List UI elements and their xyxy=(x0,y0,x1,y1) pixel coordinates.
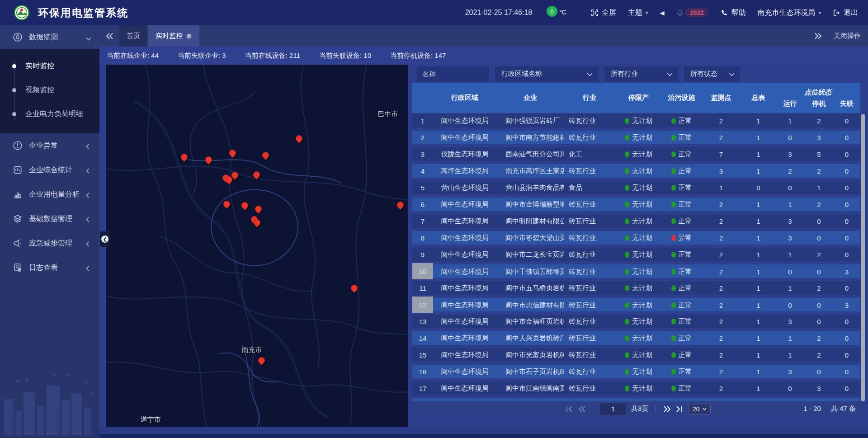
cell-company: 阆中市石子页岩机砖厂 xyxy=(496,365,564,378)
name-search-input[interactable] xyxy=(417,66,489,81)
cell-region: 阆中生态环境局 xyxy=(433,365,496,378)
status-dot-green xyxy=(625,235,629,241)
cell-stop: 2 xyxy=(805,281,833,295)
tabs-scroll-right-icon[interactable] xyxy=(815,33,822,39)
fullscreen-button[interactable]: 全屏 xyxy=(591,8,616,18)
chevron-left-icon xyxy=(86,167,91,173)
page-number-input[interactable] xyxy=(600,403,626,415)
table-row[interactable]: 16阆中生态环境局阆中市石子页岩机砖厂砖瓦行业无计划正常21300 xyxy=(412,365,860,378)
cell-region: 阆中生态环境局 xyxy=(433,298,496,313)
total-count-label: 共 47 条 xyxy=(831,405,856,413)
header-cell-6: 总表 xyxy=(741,83,775,113)
tabs-scroll-left-icon[interactable] xyxy=(99,25,119,47)
stat-item-2: 当前在线设备: 211 xyxy=(245,52,300,60)
table-row[interactable]: 3仪陇生态环境局西南油气田分公司川中化工无计划正常71350 xyxy=(412,147,860,161)
help-button[interactable]: 帮助 xyxy=(720,8,745,18)
table-row[interactable]: 8阆中生态环境局阆中市枣碧大梁山页岩砖瓦行业无计划异常21300 xyxy=(412,231,860,245)
table-row[interactable]: 2阆中生态环境局阆中市南方节能建材有砖瓦行业无计划正常21030 xyxy=(412,131,860,144)
bullet-dot-icon xyxy=(12,64,16,68)
industry-filter-select[interactable]: 所有行业 xyxy=(604,66,678,81)
cell-row-number: 9 xyxy=(412,248,433,261)
sidebar-item-1[interactable]: 企业异常 xyxy=(0,133,99,158)
datetime-display: 2021-02-25 17:46:18 xyxy=(465,9,533,17)
sidebar-item-0[interactable]: 数据监测 xyxy=(0,25,99,49)
cell-company: 阆中市江南镇阆南页岩 xyxy=(496,381,564,395)
sidebar-collapse-handle[interactable]: ❮ xyxy=(100,231,110,247)
tab-0[interactable]: 首页 xyxy=(119,25,147,47)
table-row[interactable]: 9阆中生态环境局阆中市二龙长宝页岩砖砖瓦行业无计划正常21120 xyxy=(412,248,860,261)
table-row[interactable]: 13阆中生态环境局阆中市金福旺页岩机砖砖瓦行业无计划正常21300 xyxy=(412,315,860,328)
table-row[interactable]: 7阆中生态环境局阆中明阳建材有限公司砖瓦行业无计划正常21300 xyxy=(412,214,860,228)
table-row[interactable]: 12阆中生态环境局阆中市忠信建材有限公砖瓦行业无计划正常21003 xyxy=(412,298,860,311)
page-size-select[interactable]: 20 xyxy=(688,404,711,414)
cell-stop: 2 xyxy=(805,114,833,127)
table-row[interactable]: 15阆中生态环境局阆中市光富页岩机砖厂砖瓦行业无计划正常21120 xyxy=(412,348,860,362)
sidebar-item-3[interactable]: 企业用电量分析 xyxy=(0,182,99,207)
logout-button[interactable]: 退出 xyxy=(833,8,858,18)
limit-status-label: 无计划 xyxy=(632,184,652,192)
next-page-icon[interactable] xyxy=(663,406,670,412)
cell-region: 阆中生态环境局 xyxy=(433,348,496,362)
sidebar-subitem-2[interactable]: 企业电力负荷明细 xyxy=(0,102,99,126)
first-page-icon[interactable] xyxy=(566,406,573,412)
cell-company: 营山县润丰肉食品有限 xyxy=(496,181,564,194)
facility-status-label: 正常 xyxy=(679,250,692,259)
limit-status-label: 无计划 xyxy=(632,133,652,142)
mute-button[interactable]: ◀ xyxy=(660,9,664,16)
table-row[interactable]: 17阆中生态环境局阆中市江南镇阆南页岩砖瓦行业无计划正常21030 xyxy=(412,381,860,395)
status-dot-green xyxy=(671,319,676,325)
cell-region: 阆中生态环境局 xyxy=(433,231,496,245)
cell-meters: 1 xyxy=(741,114,775,127)
prev-page-icon[interactable] xyxy=(578,406,585,412)
close-operations-button[interactable]: 关闭操作 xyxy=(834,32,861,40)
map-panel[interactable]: 巴中市南充市遂宁市 xyxy=(106,65,408,427)
header-subcell-2: 失联 xyxy=(833,99,860,108)
cell-limit-status: 无计划 xyxy=(615,365,662,378)
tab-label: 实时监控 xyxy=(156,32,183,40)
cell-lost: 0 xyxy=(833,331,860,345)
status-dot-red xyxy=(671,235,676,241)
alerts-widget[interactable]: 2632 xyxy=(676,8,708,17)
table-row[interactable]: 4高坪生态环境局南充市高坪区王家店建砖瓦行业无计划正常31220 xyxy=(412,164,860,178)
cell-points: 2 xyxy=(701,348,741,362)
table-row[interactable]: 1阆中生态环境局阆中强锐页岩砖厂砖瓦行业无计划正常21120 xyxy=(412,114,860,127)
sidebar-item-2[interactable]: 企业综合统计 xyxy=(0,158,99,182)
cell-row-number: 10 xyxy=(412,263,433,279)
select-value: 所有状态 xyxy=(690,70,729,78)
status-filter-select[interactable]: 所有状态 xyxy=(684,66,740,81)
cell-lost: 0 xyxy=(833,147,860,161)
cell-region: 高坪生态环境局 xyxy=(433,164,496,178)
table-row[interactable]: 14阆中生态环境局阆中大兴页岩机砖厂砖瓦行业无计划正常21120 xyxy=(412,331,860,345)
cell-lost: 0 xyxy=(833,198,860,211)
status-dot-green xyxy=(625,202,629,207)
table-row[interactable]: 11阆中生态环境局阆中市五马桥页岩机砖砖瓦行业无计划正常21120 xyxy=(412,281,860,295)
cell-company: 阆中市忠信建材有限公 xyxy=(496,298,564,313)
sidebar-subitem-1[interactable]: 视频监控 xyxy=(0,78,99,102)
table-row[interactable]: 10阆中生态环境局阆中千佛镇五郎垭页岩砖瓦行业无计划正常21003 xyxy=(412,264,860,278)
tab-1[interactable]: 实时监控⊗ xyxy=(148,25,199,47)
sidebar-subitem-0[interactable]: 实时监控 xyxy=(0,54,99,78)
cell-limit-status: 无计划 xyxy=(615,381,662,395)
status-dot-green xyxy=(625,185,629,191)
table-row[interactable]: 18南部生态环境局南部县砚化土砖有限公建材加工无计划正常60060 xyxy=(412,398,860,401)
status-dot-green xyxy=(625,369,629,375)
table-row[interactable]: 5营山生态环境局营山县润丰肉食品有限食品无计划正常10010 xyxy=(412,181,860,194)
table-scrollbar[interactable] xyxy=(861,114,865,401)
status-dot-green xyxy=(671,252,676,258)
sidebar-item-6[interactable]: 日志查看 xyxy=(0,255,99,280)
facility-status-label: 正常 xyxy=(679,384,692,393)
logout-icon xyxy=(833,9,840,17)
sidebar-item-4[interactable]: 基础数据管理 xyxy=(0,207,99,231)
region-filter-select[interactable]: 行政区域名称 xyxy=(495,66,598,81)
table-row[interactable]: 6阆中生态环境局阆中市金博瑞新型墙材砖瓦行业无计划正常21120 xyxy=(412,198,860,211)
last-page-icon[interactable] xyxy=(676,406,683,412)
cell-meters: 0 xyxy=(741,181,775,194)
cell-points: 2 xyxy=(701,248,741,261)
tab-close-icon[interactable]: ⊗ xyxy=(186,33,192,39)
sidebar-item-5[interactable]: 应急减排管理 xyxy=(0,231,99,255)
cell-points: 2 xyxy=(701,231,741,245)
theme-button[interactable]: 主题 ▾ xyxy=(628,8,648,18)
org-menu-button[interactable]: 南充市生态环境局 ▾ xyxy=(757,8,821,18)
cell-industry: 砖瓦行业 xyxy=(564,114,615,127)
status-dot-green xyxy=(671,269,676,275)
